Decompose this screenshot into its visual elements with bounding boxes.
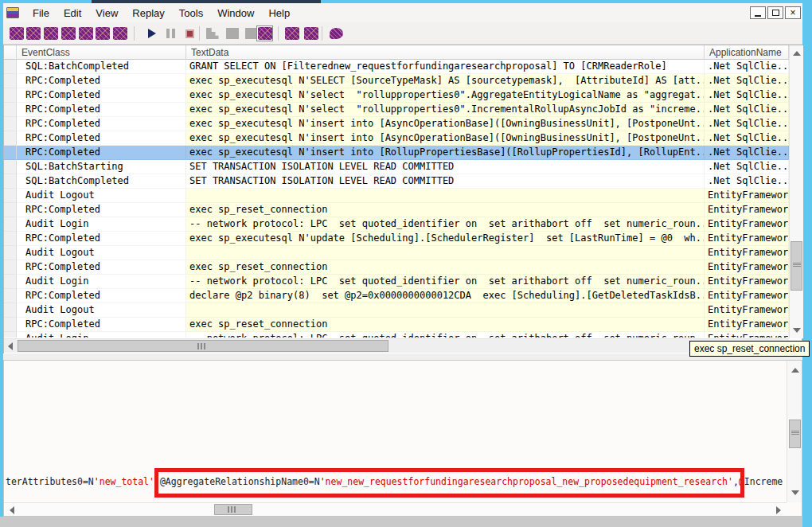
detail-horizontal-scrollbar[interactable] (4, 502, 787, 516)
grouped-view-button[interactable] (283, 25, 300, 41)
row-selector-cell (4, 260, 17, 275)
pane-splitter[interactable] (3, 353, 802, 360)
application-name-cell: .Net SqlClie.. (705, 74, 789, 88)
clear-trace-window-button[interactable] (111, 25, 128, 41)
open-trace-button[interactable] (25, 25, 41, 41)
start-replay-button[interactable] (143, 25, 160, 41)
aggregated-view-button[interactable] (303, 25, 319, 41)
application-name-cell: .Net SqlClie.. (705, 131, 789, 146)
scroll-left-arrow-icon[interactable] (6, 504, 18, 516)
detail-vertical-scrollbar[interactable] (787, 361, 802, 502)
save-trace-icon (61, 27, 76, 40)
text-data-cell (186, 246, 705, 260)
row-selector-cell (4, 232, 17, 246)
help-contents-button[interactable] (328, 25, 345, 41)
row-selector-cell (4, 60, 17, 74)
grid-vertical-scrollbar[interactable] (789, 45, 803, 338)
trace-row[interactable]: Audit LogoutEntityFramewor (4, 303, 789, 318)
textdata-detail-pane[interactable]: terAttributes0=N'new_total',@AggregateRe… (3, 360, 802, 517)
application-name-cell: .Net SqlClie.. (705, 146, 789, 160)
grid-hscroll-thumb[interactable] (18, 340, 388, 352)
menu-replay[interactable]: Replay (125, 5, 171, 21)
menu-file[interactable]: File (25, 5, 57, 21)
row-selector-cell (4, 303, 17, 318)
detail-vscroll-thumb[interactable] (789, 420, 801, 448)
trace-row[interactable]: RPC:Completeddeclare @p2 binary(8) set @… (4, 289, 789, 303)
trace-row[interactable]: SQL:BatchCompletedSET TRANSACTION ISOLAT… (4, 174, 789, 189)
trace-row[interactable]: RPC:Completedexec sp_executesql N'insert… (4, 117, 789, 131)
event-class-cell: RPC:Completed (17, 131, 186, 146)
column-header-applicationname[interactable]: ApplicationName (705, 45, 789, 60)
event-class-cell: RPC:Completed (17, 103, 186, 117)
new-trace-button[interactable] (8, 25, 25, 41)
scroll-down-arrow-icon[interactable] (787, 486, 802, 499)
trace-properties-button[interactable] (77, 25, 94, 41)
column-header-textdata[interactable]: TextData (186, 45, 705, 60)
trace-row[interactable]: RPC:Completedexec sp_executesql N'insert… (4, 131, 789, 146)
application-name-cell: .Net SqlClie.. (705, 103, 789, 117)
find-button[interactable] (94, 25, 111, 41)
save-trace-button[interactable] (60, 25, 76, 41)
scroll-up-arrow-icon[interactable] (790, 47, 804, 60)
event-class-cell: SQL:BatchStarting (17, 160, 186, 174)
run-to-cursor-button[interactable] (224, 25, 240, 41)
application-name-cell: EntityFramewor (705, 189, 789, 203)
grid-vscroll-thumb[interactable] (791, 241, 802, 291)
text-data-cell: SET TRANSACTION ISOLATION LEVEL READ COM… (186, 174, 705, 189)
menu-window[interactable]: Window (210, 5, 261, 21)
text-data-cell: exec sp_reset_connection (186, 318, 705, 332)
detail-hscroll-thumb[interactable] (214, 504, 252, 515)
trace-row[interactable]: Audit LogoutEntityFramewor (4, 246, 789, 260)
stop-replay-button[interactable] (182, 25, 198, 41)
trace-row[interactable]: RPC:Completedexec sp_executesql N'update… (4, 232, 789, 246)
trace-row[interactable]: RPC:Completedexec sp_reset_connectionEnt… (4, 260, 789, 275)
scroll-up-arrow-icon[interactable] (787, 364, 802, 377)
minimize-button[interactable] (750, 6, 766, 19)
row-selector-header[interactable] (4, 45, 17, 60)
trace-row[interactable]: SQL:BatchCompletedGRANT SELECT ON [Filte… (4, 60, 789, 74)
open-trace-file-button[interactable] (42, 25, 59, 41)
menu-tools[interactable]: Tools (172, 5, 210, 21)
application-name-cell: .Net SqlClie.. (705, 88, 789, 103)
scroll-right-arrow-icon[interactable] (772, 504, 785, 516)
trace-row[interactable]: RPC:Completedexec sp_executesql N'select… (4, 103, 789, 117)
trace-row[interactable]: RPC:Completedexec sp_executesql N'SELECT… (4, 74, 789, 88)
text-data-cell: exec sp_executesql N'select "rollupprope… (186, 103, 705, 117)
pause-replay-button[interactable] (162, 25, 179, 41)
event-class-cell: RPC:Completed (17, 289, 186, 303)
application-name-cell: .Net SqlClie.. (705, 60, 789, 74)
text-data-cell: exec sp_executesql N'update [Scheduling]… (186, 232, 705, 246)
menu-view[interactable]: View (88, 5, 125, 21)
close-button[interactable]: × (785, 6, 801, 19)
row-selector-cell (4, 246, 17, 260)
auto-scroll-button[interactable] (256, 25, 273, 41)
trace-row[interactable]: RPC:Completedexec sp_executesql N'insert… (4, 146, 789, 160)
trace-row[interactable]: Audit Login-- network protocol: LPC set … (4, 217, 789, 232)
sql-profiler-window: FileEditViewReplayToolsWindowHelp × Even… (0, 0, 812, 527)
trace-row[interactable]: Audit LogoutEntityFramewor (4, 189, 789, 203)
application-name-cell: EntityFramewor (705, 289, 789, 303)
trace-row[interactable]: Audit Login-- network protocol: LPC set … (4, 275, 789, 289)
trace-row[interactable]: RPC:Completedexec sp_reset_connectionEnt… (4, 318, 789, 332)
open-trace-icon (26, 27, 41, 40)
row-selector-cell (4, 203, 17, 217)
menu-edit[interactable]: Edit (57, 5, 88, 21)
trace-row[interactable]: RPC:Completedexec sp_executesql N'select… (4, 88, 789, 103)
application-name-cell: EntityFramewor (705, 318, 789, 332)
restore-button[interactable] (767, 6, 783, 19)
event-class-cell: RPC:Completed (17, 260, 186, 275)
trace-row[interactable]: SQL:BatchStartingSET TRANSACTION ISOLATI… (4, 160, 789, 174)
scroll-left-arrow-icon[interactable] (4, 340, 17, 353)
text-data-cell: -- network protocol: LPC set quoted_iden… (186, 217, 705, 232)
scroll-down-arrow-icon[interactable] (790, 324, 804, 337)
trace-row[interactable]: Audit Login-- network protocol: LPC set … (4, 332, 789, 338)
column-header-eventclass[interactable]: EventClass (17, 45, 186, 60)
text-data-cell: exec sp_executesql N'select "rollupprope… (186, 88, 705, 103)
trace-row[interactable]: RPC:Completedexec sp_reset_connectionEnt… (4, 203, 789, 217)
grid-horizontal-scrollbar[interactable] (4, 338, 789, 353)
menu-help[interactable]: Help (261, 5, 297, 21)
text-data-cell: exec sp_reset_connection (186, 203, 705, 217)
execute-one-step-button[interactable] (204, 25, 221, 41)
grouped-view-icon (285, 27, 299, 40)
trace-events-grid: EventClass TextData ApplicationName SQL:… (3, 45, 802, 353)
